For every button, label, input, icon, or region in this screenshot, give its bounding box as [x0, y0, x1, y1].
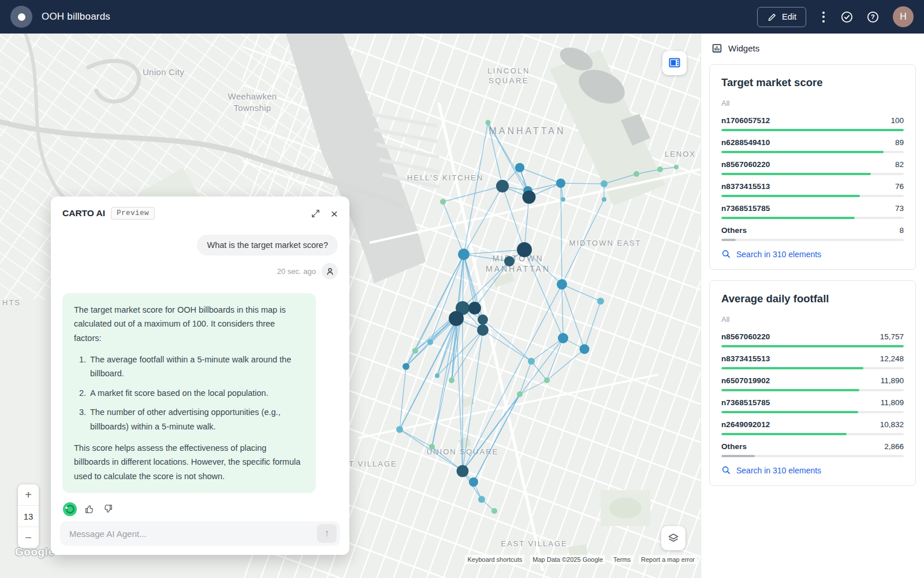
widget-row[interactable]: n1706057512100 — [721, 116, 904, 131]
close-icon[interactable]: × — [331, 208, 338, 220]
billboard-node[interactable] — [449, 311, 464, 326]
ai-response-list: The average footfall within a 5-minute w… — [74, 353, 304, 433]
chat-message-input[interactable] — [68, 528, 317, 539]
widget-row[interactable]: n736851578511,809 — [721, 398, 904, 413]
map-attribution-item[interactable]: Keyboard shortcuts — [465, 555, 524, 564]
message-timestamp: 20 sec. ago — [277, 267, 316, 276]
billboard-node[interactable] — [517, 391, 523, 397]
billboard-node[interactable] — [523, 191, 536, 204]
billboard-node[interactable] — [601, 180, 608, 187]
billboard-node[interactable] — [657, 166, 663, 172]
widget-card-average-daily-footfall: Average daily footfall All n856706022015… — [709, 280, 916, 486]
map-attribution-item[interactable]: Report a map error — [639, 555, 697, 564]
layers-button[interactable] — [661, 526, 685, 550]
zoom-out-button[interactable]: − — [18, 527, 39, 548]
send-message-button[interactable]: ↑ — [317, 524, 337, 543]
user-message-avatar — [322, 263, 338, 279]
billboard-node[interactable] — [634, 171, 639, 177]
widget-row[interactable]: n856706022015,757 — [721, 332, 904, 347]
billboard-node[interactable] — [558, 333, 568, 343]
search-elements-label: Search in 310 elements — [736, 250, 821, 259]
widget-row[interactable]: n628854941089 — [721, 138, 904, 153]
widgets-sidebar: Widgets Target market score All n1706057… — [701, 34, 924, 578]
row-value: 12,248 — [880, 354, 904, 363]
widget-row[interactable]: n650701990211,890 — [721, 376, 904, 391]
map-attribution-item[interactable]: Terms — [611, 555, 633, 564]
widget-row[interactable]: Others8 — [721, 226, 904, 241]
billboard-node[interactable] — [561, 197, 565, 202]
billboard-node[interactable] — [477, 324, 489, 336]
row-bar-track — [721, 151, 904, 153]
billboard-node[interactable] — [557, 279, 567, 290]
app-logo-button[interactable] — [10, 6, 32, 28]
billboard-node[interactable] — [517, 242, 532, 257]
row-bar-track — [721, 239, 904, 241]
chat-title: CARTO AI — [62, 208, 105, 218]
thumbs-down-icon[interactable] — [102, 503, 113, 514]
search-icon — [721, 465, 731, 475]
billboard-node[interactable] — [496, 180, 509, 192]
billboard-node[interactable] — [457, 465, 469, 477]
billboard-node[interactable] — [458, 249, 470, 260]
check-circle-icon[interactable] — [841, 11, 853, 23]
billboard-node[interactable] — [396, 426, 403, 433]
edit-button[interactable]: Edit — [757, 7, 806, 27]
row-bar-fill — [721, 151, 884, 153]
billboard-node[interactable] — [429, 444, 435, 450]
billboard-node[interactable] — [674, 165, 679, 169]
billboard-node[interactable] — [435, 373, 439, 378]
row-bar-fill — [721, 129, 904, 131]
svg-text:?: ? — [871, 13, 875, 20]
search-elements-link[interactable]: Search in 310 elements — [721, 249, 904, 259]
row-name: Others — [721, 226, 747, 235]
widget-title: Target market score — [721, 76, 904, 89]
expand-icon[interactable] — [311, 209, 321, 218]
billboard-node[interactable] — [440, 199, 446, 205]
row-value: 82 — [895, 160, 904, 169]
billboard-node[interactable] — [412, 348, 418, 354]
edit-button-label: Edit — [782, 12, 796, 21]
widget-row[interactable]: n856706022082 — [721, 160, 904, 175]
widgets-panel-toggle-button[interactable] — [662, 51, 687, 75]
widget-row[interactable]: n736851578573 — [721, 204, 904, 219]
widgets-icon — [711, 43, 722, 54]
billboard-node[interactable] — [403, 363, 409, 370]
billboard-node[interactable] — [597, 298, 604, 305]
ai-response-item: The number of other advertising opportun… — [88, 405, 304, 433]
billboard-node[interactable] — [491, 508, 497, 514]
carto-ai-panel: CARTO AI Preview × What is the target ma… — [51, 197, 349, 555]
billboard-node[interactable] — [528, 358, 535, 365]
search-elements-link[interactable]: Search in 310 elements — [721, 465, 904, 475]
widget-subtitle: All — [721, 99, 904, 108]
billboard-node[interactable] — [469, 477, 478, 487]
widget-row[interactable]: n264909201210,832 — [721, 420, 904, 435]
row-bar-fill — [721, 389, 859, 391]
top-navbar: OOH billboards Edit ? H — [0, 0, 924, 34]
help-icon[interactable]: ? — [867, 11, 879, 23]
billboard-node[interactable] — [515, 163, 524, 172]
more-options-menu-icon[interactable] — [820, 9, 827, 25]
zoom-in-button[interactable]: + — [18, 484, 39, 505]
billboard-node[interactable] — [478, 496, 485, 503]
widget-row[interactable]: Others2,866 — [721, 442, 904, 457]
row-value: 10,832 — [880, 420, 904, 429]
row-value: 73 — [895, 204, 904, 213]
billboard-node[interactable] — [486, 120, 491, 125]
billboard-node[interactable] — [544, 377, 550, 383]
user-avatar[interactable]: H — [893, 6, 914, 27]
thumbs-up-icon[interactable] — [84, 503, 95, 514]
row-name: n6288549410 — [721, 138, 770, 147]
billboard-node[interactable] — [504, 256, 515, 266]
widget-row[interactable]: n837341551376 — [721, 182, 904, 197]
widget-row[interactable]: n837341551312,248 — [721, 354, 904, 369]
billboard-node[interactable] — [449, 377, 454, 383]
billboard-node[interactable] — [556, 179, 565, 188]
row-bar-track — [721, 217, 904, 219]
billboard-node[interactable] — [580, 344, 590, 354]
billboard-node[interactable] — [478, 314, 488, 325]
billboard-node[interactable] — [427, 339, 433, 345]
row-name: n2649092012 — [721, 420, 770, 429]
billboard-node[interactable] — [468, 302, 481, 314]
row-bar-fill — [721, 411, 858, 413]
billboard-node[interactable] — [602, 197, 606, 202]
